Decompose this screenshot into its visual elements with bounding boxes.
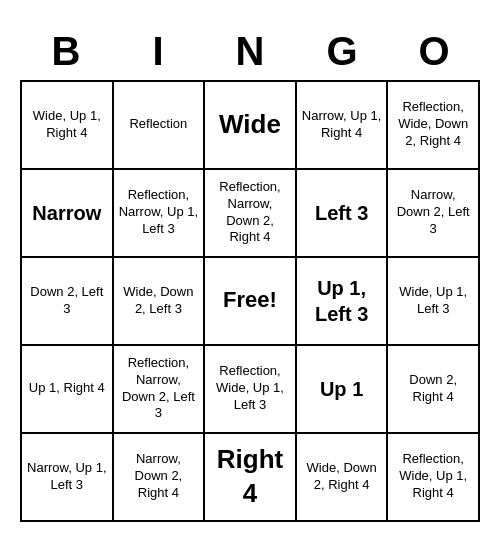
bingo-cell: Narrow <box>22 170 114 258</box>
header-letter: B <box>20 23 112 80</box>
bingo-cell: Up 1 <box>297 346 389 434</box>
header-letter: I <box>112 23 204 80</box>
bingo-cell: Wide <box>205 82 297 170</box>
bingo-cell: Reflection, Wide, Down 2, Right 4 <box>388 82 480 170</box>
bingo-cell: Narrow, Up 1, Left 3 <box>22 434 114 522</box>
bingo-cell: Free! <box>205 258 297 346</box>
bingo-cell: Narrow, Up 1, Right 4 <box>297 82 389 170</box>
bingo-cell: Reflection, Narrow, Up 1, Left 3 <box>114 170 206 258</box>
bingo-cell: Down 2, Left 3 <box>22 258 114 346</box>
bingo-grid: Wide, Up 1, Right 4ReflectionWideNarrow,… <box>20 80 480 522</box>
bingo-header: BINGO <box>20 23 480 80</box>
bingo-cell: Reflection, Wide, Up 1, Right 4 <box>388 434 480 522</box>
bingo-cell: Reflection, Narrow, Down 2, Left 3 <box>114 346 206 434</box>
bingo-card: BINGO Wide, Up 1, Right 4ReflectionWideN… <box>10 13 490 532</box>
header-letter: O <box>388 23 480 80</box>
bingo-cell: Narrow, Down 2, Left 3 <box>388 170 480 258</box>
bingo-cell: Reflection <box>114 82 206 170</box>
bingo-cell: Narrow, Down 2, Right 4 <box>114 434 206 522</box>
bingo-cell: Up 1, Right 4 <box>22 346 114 434</box>
header-letter: G <box>296 23 388 80</box>
bingo-cell: Right 4 <box>205 434 297 522</box>
bingo-cell: Up 1, Left 3 <box>297 258 389 346</box>
bingo-cell: Left 3 <box>297 170 389 258</box>
bingo-cell: Reflection, Narrow, Down 2, Right 4 <box>205 170 297 258</box>
bingo-cell: Down 2, Right 4 <box>388 346 480 434</box>
bingo-cell: Reflection, Wide, Up 1, Left 3 <box>205 346 297 434</box>
bingo-cell: Wide, Up 1, Right 4 <box>22 82 114 170</box>
header-letter: N <box>204 23 296 80</box>
bingo-cell: Wide, Down 2, Right 4 <box>297 434 389 522</box>
bingo-cell: Wide, Down 2, Left 3 <box>114 258 206 346</box>
bingo-cell: Wide, Up 1, Left 3 <box>388 258 480 346</box>
